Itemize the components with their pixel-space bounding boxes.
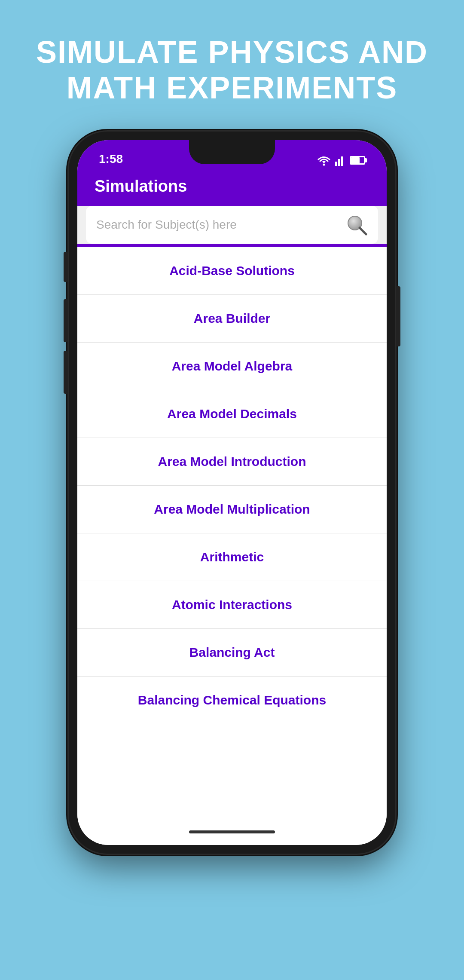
volume-up-button	[64, 252, 68, 282]
list-item-label: Balancing Chemical Equations	[138, 693, 326, 707]
side-button-left	[64, 351, 68, 394]
list-item-label: Area Model Decimals	[167, 407, 297, 421]
signal-icon	[335, 155, 345, 166]
search-input[interactable]: Search for Subject(s) here	[96, 218, 345, 232]
home-bar-indicator	[189, 830, 275, 833]
list-item-label: Area Model Multiplication	[154, 502, 310, 517]
list-item-label: Acid-Base Solutions	[169, 263, 295, 278]
hero-title: SIMULATE PHYSICS AND MATH EXPERIMENTS	[0, 0, 464, 132]
svg-rect-3	[341, 156, 343, 166]
wifi-icon	[317, 155, 331, 166]
list-item-label: Area Builder	[194, 311, 270, 326]
svg-point-0	[323, 163, 325, 165]
list-item[interactable]: Acid-Base Solutions	[77, 247, 387, 295]
list-item[interactable]: Atomic Interactions	[77, 581, 387, 629]
list-item-label: Arithmetic	[200, 550, 264, 564]
list-item[interactable]: Area Model Algebra	[77, 343, 387, 390]
list-item[interactable]: Arithmetic	[77, 533, 387, 581]
list-item[interactable]: Balancing Act	[77, 629, 387, 677]
list-item[interactable]: Area Model Decimals	[77, 390, 387, 438]
power-button	[396, 286, 400, 346]
list-item[interactable]: Area Model Multiplication	[77, 486, 387, 533]
list-item-label: Area Model Algebra	[172, 359, 293, 374]
status-time: 1:58	[99, 152, 123, 166]
list-item-label: Atomic Interactions	[172, 597, 292, 612]
list-item-label: Balancing Act	[189, 645, 275, 660]
svg-rect-2	[338, 159, 340, 166]
phone-notch	[189, 140, 275, 164]
status-icons	[317, 155, 365, 166]
search-icon[interactable]	[345, 214, 368, 236]
app-title: Simulations	[95, 177, 187, 195]
phone-screen: 1:58	[77, 140, 387, 845]
list-item[interactable]: Area Builder	[77, 295, 387, 343]
simulation-list: Acid-Base SolutionsArea BuilderArea Mode…	[77, 247, 387, 819]
phone-mockup: 1:58	[69, 132, 395, 854]
list-item[interactable]: Area Model Introduction	[77, 438, 387, 486]
header-bottom-bar	[77, 244, 387, 247]
search-bar[interactable]: Search for Subject(s) here	[86, 206, 378, 244]
volume-down-button	[64, 299, 68, 342]
battery-icon	[350, 156, 365, 165]
app-header: Simulations	[77, 170, 387, 206]
list-item-label: Area Model Introduction	[158, 454, 306, 469]
svg-line-5	[360, 228, 366, 234]
svg-rect-1	[335, 162, 337, 166]
list-item[interactable]: Balancing Chemical Equations	[77, 677, 387, 724]
home-bar	[77, 819, 387, 845]
